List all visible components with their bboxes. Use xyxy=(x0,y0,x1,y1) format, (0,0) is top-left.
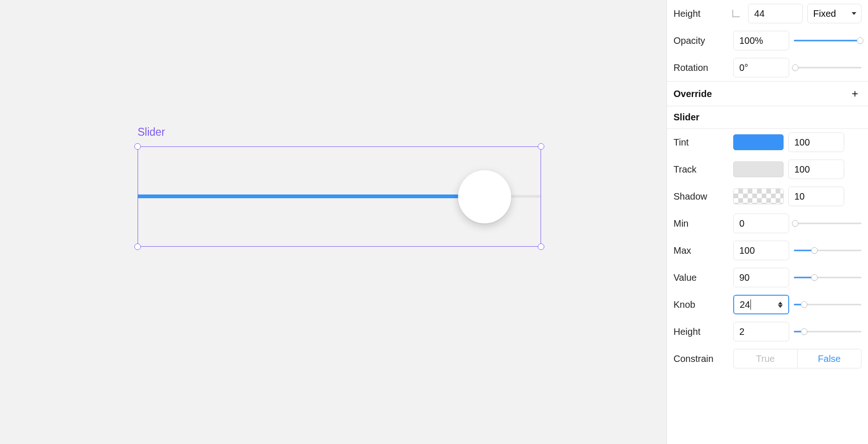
row-track: Track 100 xyxy=(667,156,868,183)
row-opacity: Opacity 100% xyxy=(667,27,868,54)
constrain-true[interactable]: True xyxy=(734,349,797,368)
slider-height-input[interactable]: 2 xyxy=(733,322,789,341)
label-track: Track xyxy=(674,164,729,175)
height-input[interactable]: 44 xyxy=(748,4,802,23)
row-shadow: Shadow 10 xyxy=(667,183,868,210)
track-alpha-input[interactable]: 100 xyxy=(788,160,844,179)
label-opacity: Opacity xyxy=(674,35,729,46)
value-slider[interactable] xyxy=(794,273,861,282)
label-min: Min xyxy=(674,218,729,229)
resize-handle-top-left[interactable] xyxy=(134,143,141,150)
min-slider[interactable] xyxy=(794,219,861,228)
knob-stepper[interactable] xyxy=(778,302,783,308)
tint-alpha-input[interactable]: 100 xyxy=(788,132,844,152)
label-rotation: Rotation xyxy=(674,62,729,73)
inspector-panel: Height 44 Fixed Opacity 100% Rota xyxy=(667,0,868,444)
slider-fill xyxy=(138,194,472,198)
label-knob: Knob xyxy=(674,299,729,310)
row-slider-height: Height 2 xyxy=(667,318,868,345)
constrain-false[interactable]: False xyxy=(797,349,861,368)
add-override-button[interactable]: + xyxy=(848,87,861,100)
slider-knob[interactable] xyxy=(458,170,511,223)
height-mode-select[interactable]: Fixed xyxy=(807,4,861,23)
max-input[interactable]: 100 xyxy=(733,241,789,260)
rotation-input[interactable]: 0° xyxy=(733,58,789,77)
stepper-down-icon[interactable] xyxy=(778,305,783,308)
label-value: Value xyxy=(674,272,729,283)
constrain-toggle[interactable]: True False xyxy=(733,349,861,368)
chevron-down-icon xyxy=(852,12,856,15)
canvas[interactable]: Slider xyxy=(0,0,667,444)
label-height: Height xyxy=(674,8,728,19)
max-slider[interactable] xyxy=(794,246,861,255)
tint-swatch[interactable] xyxy=(733,134,784,150)
rotation-slider[interactable] xyxy=(794,63,861,72)
opacity-input[interactable]: 100% xyxy=(733,31,789,50)
section-slider: Slider xyxy=(667,106,868,128)
dimension-icon xyxy=(732,10,740,17)
knob-slider[interactable] xyxy=(794,300,861,309)
label-slider-height: Height xyxy=(674,326,729,337)
resize-handle-bottom-left[interactable] xyxy=(134,243,141,250)
min-input[interactable]: 0 xyxy=(733,214,789,233)
row-knob: Knob 24 xyxy=(667,291,868,318)
row-rotation: Rotation 0° xyxy=(667,54,868,81)
track-swatch[interactable] xyxy=(733,161,784,177)
knob-input[interactable]: 24 xyxy=(733,295,789,314)
row-min: Min 0 xyxy=(667,210,868,237)
slider-component[interactable] xyxy=(138,194,541,199)
row-constrain: Constrain True False xyxy=(667,345,868,372)
label-shadow: Shadow xyxy=(674,191,729,202)
slider-height-slider[interactable] xyxy=(794,327,861,336)
selection-bounds[interactable] xyxy=(138,146,541,247)
value-input[interactable]: 90 xyxy=(733,268,789,287)
stepper-up-icon[interactable] xyxy=(778,302,783,305)
shadow-swatch[interactable] xyxy=(733,188,784,204)
slider-section-title: Slider xyxy=(674,112,700,123)
label-max: Max xyxy=(674,245,729,256)
row-value: Value 90 xyxy=(667,264,868,291)
row-tint: Tint 100 xyxy=(667,129,868,156)
label-tint: Tint xyxy=(674,137,729,148)
section-override: Override + xyxy=(667,82,868,106)
override-title: Override xyxy=(674,89,712,99)
resize-handle-bottom-right[interactable] xyxy=(538,243,544,250)
row-height: Height 44 Fixed xyxy=(667,0,868,27)
row-max: Max 100 xyxy=(667,237,868,264)
label-constrain: Constrain xyxy=(674,354,729,364)
resize-handle-top-right[interactable] xyxy=(538,143,544,150)
shadow-alpha-input[interactable]: 10 xyxy=(788,187,844,206)
element-label[interactable]: Slider xyxy=(138,126,165,139)
opacity-slider[interactable] xyxy=(794,36,861,45)
